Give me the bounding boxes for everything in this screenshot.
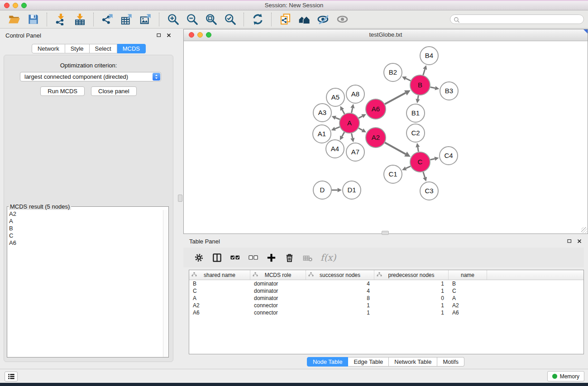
run-mcds-button[interactable]: Run MCDS: [40, 86, 85, 96]
column-header-predecessor-nodes[interactable]: predecessor nodes: [374, 270, 449, 280]
vertical-splitter-handle[interactable]: [178, 195, 182, 202]
zoom-selected-button[interactable]: [222, 12, 238, 27]
close-panel-icon[interactable]: [166, 32, 172, 38]
network-canvas[interactable]: B4B2BB3A5A8A6B1A3AC2A1A2A4A7C4CC1DD1C3: [184, 41, 588, 234]
tab-network-table[interactable]: Network Table: [389, 357, 437, 367]
tab-mcds[interactable]: MCDS: [117, 44, 146, 53]
node-A5[interactable]: A5: [326, 88, 344, 106]
save-session-button[interactable]: [25, 12, 41, 27]
close-panel-icon[interactable]: [576, 238, 583, 244]
tab-select[interactable]: Select: [90, 44, 117, 53]
node-A4[interactable]: A4: [326, 140, 344, 158]
zoom-in-button[interactable]: [165, 12, 181, 27]
show-graphics-details-button[interactable]: [334, 12, 350, 27]
float-panel-icon[interactable]: [156, 32, 162, 38]
node-C[interactable]: C: [410, 152, 430, 172]
node-C1[interactable]: C1: [384, 165, 402, 183]
edge-A-A4[interactable]: [340, 132, 344, 140]
edge-A2-C[interactable]: [385, 143, 411, 157]
export-network-button[interactable]: [99, 12, 115, 27]
edge-C-C4[interactable]: [430, 157, 439, 161]
edge-A-A3[interactable]: [332, 116, 340, 120]
mcds-result-item[interactable]: A6: [9, 239, 163, 247]
task-history-button[interactable]: [5, 372, 18, 381]
import-table-button[interactable]: [72, 12, 88, 27]
node-B1[interactable]: B1: [406, 104, 425, 122]
delete-column-button[interactable]: [282, 250, 297, 265]
table-row[interactable]: A6connector11A6: [189, 309, 583, 316]
column-header-shared-name[interactable]: shared name: [189, 270, 250, 280]
edge-A-A6[interactable]: [359, 114, 366, 118]
zoom-out-button[interactable]: [184, 12, 200, 27]
node-A2[interactable]: A2: [366, 128, 386, 148]
table-row[interactable]: Cdominator41C: [189, 287, 583, 295]
edge-C-C2[interactable]: [416, 143, 420, 152]
criterion-dropdown[interactable]: largest connected component (directed): [20, 72, 161, 81]
network-from-file-button[interactable]: [277, 12, 293, 27]
export-image-button[interactable]: [137, 12, 153, 27]
node-B[interactable]: B: [410, 75, 430, 95]
column-header-name[interactable]: name: [449, 270, 487, 280]
node-B4[interactable]: B4: [420, 47, 438, 65]
search-input[interactable]: [450, 14, 584, 24]
resize-gripper[interactable]: [581, 227, 587, 233]
edge-B-B4[interactable]: [423, 65, 427, 75]
edge-B-B3[interactable]: [430, 86, 440, 90]
table-settings-button[interactable]: [191, 250, 206, 265]
edge-C-C3[interactable]: [423, 172, 427, 181]
tab-network[interactable]: Network: [32, 44, 65, 53]
open-folder-button[interactable]: [6, 12, 22, 27]
tab-node-table[interactable]: Node Table: [307, 357, 349, 367]
node-D1[interactable]: D1: [343, 181, 361, 199]
column-header-MCDS-role[interactable]: MCDS role: [250, 270, 306, 280]
node-A3[interactable]: A3: [313, 104, 331, 122]
mcds-result-item[interactable]: A2: [9, 210, 163, 218]
node-D[interactable]: D: [313, 181, 331, 199]
mcds-result-item[interactable]: A: [9, 218, 163, 225]
zoom-fit-button[interactable]: [203, 12, 219, 27]
table-row[interactable]: A2connector11A2: [189, 302, 583, 309]
edge-D-D1[interactable]: [332, 188, 342, 192]
node-A[interactable]: A: [339, 113, 359, 133]
tab-style[interactable]: Style: [65, 44, 90, 53]
hide-graphics-details-button[interactable]: [315, 12, 331, 27]
home-button[interactable]: [296, 12, 312, 27]
mcds-result-item[interactable]: B: [9, 225, 163, 232]
node-C3[interactable]: C3: [420, 182, 438, 200]
edge-A-A5[interactable]: [340, 106, 345, 114]
edge-A-A1[interactable]: [331, 127, 339, 131]
edge-B-B2[interactable]: [402, 76, 411, 81]
mcds-result-item[interactable]: C: [9, 232, 163, 239]
edge-A6-B[interactable]: [385, 90, 411, 104]
node-A8[interactable]: A8: [346, 85, 364, 103]
deselect-all-button[interactable]: [245, 250, 261, 265]
tab-edge-table[interactable]: Edge Table: [348, 357, 389, 367]
edge-A-A7[interactable]: [350, 133, 354, 143]
node-A1[interactable]: A1: [313, 125, 331, 143]
edge-A-A8[interactable]: [350, 104, 354, 113]
float-panel-icon[interactable]: [566, 238, 573, 244]
refresh-layout-button[interactable]: [249, 12, 266, 27]
close-panel-button[interactable]: Close panel: [91, 86, 137, 96]
edge-B-B1[interactable]: [416, 95, 420, 104]
table-row[interactable]: Adominator80A: [189, 295, 583, 302]
edge-A-A2[interactable]: [359, 128, 366, 132]
memory-button[interactable]: Memory: [547, 371, 584, 381]
table-row[interactable]: Bdominator41B: [189, 280, 583, 287]
import-network-button[interactable]: [53, 12, 69, 27]
node-B3[interactable]: B3: [440, 82, 458, 100]
node-A6[interactable]: A6: [366, 99, 386, 119]
column-view-button[interactable]: [209, 250, 225, 265]
node-A7[interactable]: A7: [346, 143, 364, 161]
horizontal-splitter-handle[interactable]: [382, 231, 389, 235]
node-C4[interactable]: C4: [440, 147, 458, 165]
edge-C-C1[interactable]: [402, 166, 411, 170]
select-all-button[interactable]: [227, 250, 243, 265]
column-header-successor-nodes[interactable]: successor nodes: [306, 270, 374, 280]
node-C2[interactable]: C2: [406, 124, 425, 142]
tab-motifs[interactable]: Motifs: [437, 357, 464, 367]
add-column-button[interactable]: [263, 250, 279, 265]
result-scrollbar[interactable]: [163, 210, 168, 357]
node-B2[interactable]: B2: [384, 63, 402, 81]
export-table-button[interactable]: [118, 12, 134, 27]
